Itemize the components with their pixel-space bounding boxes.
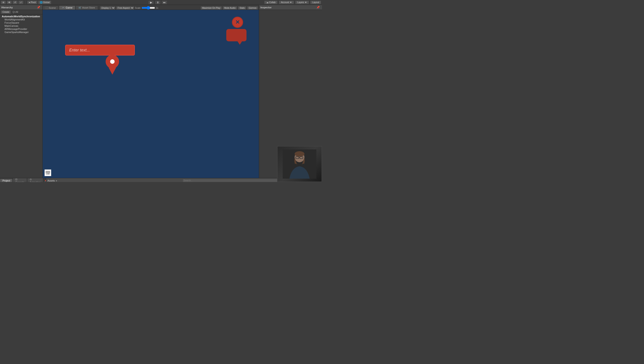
game-tab-right: Maximize On Play Mute Audio Stats Gizmos xyxy=(201,6,259,10)
console-tab-icon: ⊡ xyxy=(15,178,17,181)
main-tab-bar: ⛶ Scene 🎮 Game 🛒 Asset Store Display 1 F… xyxy=(43,5,259,10)
mute-btn[interactable]: Mute Audio xyxy=(223,6,237,10)
bottom-pin-icon[interactable]: 📌 xyxy=(43,179,46,182)
hierarchy-item-label: GameSparksManager xyxy=(4,31,29,34)
game-tab[interactable]: 🎮 Game xyxy=(59,6,75,10)
hierarchy-item-focussquare[interactable]: FocusSquare xyxy=(0,21,42,24)
scale-slider[interactable] xyxy=(142,6,155,10)
toolbar-scale-btn[interactable]: ⤢ xyxy=(18,1,23,4)
console-tab-label: Console xyxy=(15,181,24,182)
inspector-header: Inspector 📌 xyxy=(259,5,322,10)
account-btn[interactable]: Account ▼ xyxy=(279,1,294,4)
bottom-tab-bar: Project ⊡ Console ⊙ Animation 📌 xyxy=(0,178,46,182)
center-panel: ⛶ Scene 🎮 Game 🛒 Asset Store Display 1 F… xyxy=(43,5,259,178)
assets-arrow-label: » xyxy=(56,179,57,182)
log-icon-lines xyxy=(46,171,50,173)
close-button[interactable]: ✕ xyxy=(232,17,243,28)
display-select[interactable]: Display 1 xyxy=(100,6,115,10)
log-icon-btn[interactable]: LOG xyxy=(44,170,51,176)
map-pin-head xyxy=(103,52,122,71)
scale-value: 2x xyxy=(156,7,158,9)
asset-store-tab[interactable]: 🛒 Asset Store xyxy=(76,6,98,10)
game-tab-label: Game xyxy=(66,6,72,9)
hierarchy-pin-icon[interactable]: 📌 xyxy=(36,6,41,9)
text-input-area[interactable]: Enter text... xyxy=(65,45,135,56)
scene-tab[interactable]: ⛶ Scene xyxy=(43,6,59,10)
maximize-btn[interactable]: Maximize On Play xyxy=(201,6,222,10)
toolbar-rotate-btn[interactable]: ↺ xyxy=(12,1,18,4)
project-tab-label: Project xyxy=(2,179,10,182)
gizmos-btn[interactable]: Gizmos xyxy=(247,6,258,10)
scale-label: Scale xyxy=(135,7,141,9)
game-view-area: ✕ Enter text... LOG xyxy=(43,10,259,178)
animation-tab[interactable]: ⊙ Animation xyxy=(27,178,43,182)
webcam-overlay xyxy=(277,146,322,182)
speech-bubble xyxy=(226,29,246,41)
log-line-1 xyxy=(46,171,50,172)
layers-label: Layers xyxy=(297,1,304,4)
pivot-icon: ● xyxy=(29,1,30,4)
console-tab[interactable]: ⊡ Console xyxy=(13,178,27,182)
global-icon: 🌐 xyxy=(40,1,42,4)
playback-controls: ▶ ⏸ ⏭ xyxy=(52,0,264,4)
animation-tab-label: Animation xyxy=(30,181,41,182)
hierarchy-header: Hierarchy 📌 xyxy=(0,5,42,10)
main-layout: Hierarchy 📌 Create Q+All AutomaticWorldS… xyxy=(0,5,322,178)
stats-btn[interactable]: Stats xyxy=(238,6,246,10)
pause-button[interactable]: ⏸ xyxy=(155,0,161,4)
webcam-person xyxy=(278,146,322,182)
person-silhouette xyxy=(283,150,316,179)
hierarchy-all-label: Q+All xyxy=(12,11,18,13)
asset-store-tab-icon: 🛒 xyxy=(78,6,82,9)
map-pin-inner xyxy=(110,59,114,64)
inspector-title: Inspector xyxy=(260,6,272,9)
hierarchy-item-label: WorldAlignmentKit xyxy=(4,18,25,21)
pivot-btn[interactable]: ● Pivot xyxy=(27,1,37,4)
assets-path-label: Assets xyxy=(48,179,55,182)
log-line-2 xyxy=(46,172,50,172)
hierarchy-item-maincanvas[interactable]: MainCanvas xyxy=(0,24,42,28)
hierarchy-item-armessage[interactable]: ARMessageProvider xyxy=(0,28,42,30)
game-view-controls: Display 1 Free Aspect Scale 2x xyxy=(99,6,159,10)
layers-btn[interactable]: Layers ▼ xyxy=(295,1,309,4)
play-button[interactable]: ▶ xyxy=(148,0,154,4)
hierarchy-item-label: MainCanvas xyxy=(4,24,18,27)
toolbar-move-btn[interactable]: ✥ xyxy=(7,1,12,4)
pivot-label: Pivot xyxy=(31,1,36,4)
collab-btn[interactable]: ☁ Collab xyxy=(264,1,278,4)
scene-tab-icon: ⛶ xyxy=(46,6,48,9)
global-label: Global xyxy=(43,1,50,4)
map-pin xyxy=(106,55,119,74)
hierarchy-item-gamesparks[interactable]: GameSparksManager xyxy=(0,30,42,34)
asset-store-tab-label: Asset Store xyxy=(82,6,95,9)
toolbar-right: ☁ Collab Account ▼ Layers ▼ Layout xyxy=(264,1,321,4)
game-tab-icon: 🎮 xyxy=(62,6,65,9)
hierarchy-item-label: FocusSquare xyxy=(4,21,19,24)
layout-label: Layout xyxy=(312,1,319,4)
layout-btn[interactable]: Layout xyxy=(310,1,321,4)
project-tab[interactable]: Project xyxy=(0,179,12,182)
toolbar-transform-btn[interactable]: ⊕ xyxy=(1,1,6,4)
hierarchy-item-label: ARMessageProvider xyxy=(4,28,27,30)
hierarchy-content: AutomaticWorldSynchronization WorldAlign… xyxy=(0,14,42,178)
account-label: Account xyxy=(281,1,289,4)
inspector-pin-icon[interactable]: 📌 xyxy=(316,6,321,9)
step-button[interactable]: ⏭ xyxy=(162,0,168,4)
log-label: LOG xyxy=(46,173,50,175)
aspect-select[interactable]: Free Aspect xyxy=(116,6,134,10)
svg-point-9 xyxy=(294,151,304,156)
global-btn[interactable]: 🌐 Global xyxy=(38,1,51,4)
hierarchy-title: Hierarchy xyxy=(1,6,13,9)
hierarchy-panel: Hierarchy 📌 Create Q+All AutomaticWorldS… xyxy=(0,5,43,178)
text-placeholder: Enter text... xyxy=(69,48,90,52)
hierarchy-item-automaticworld[interactable]: AutomaticWorldSynchronization xyxy=(0,15,42,18)
hierarchy-item-label: AutomaticWorldSynchronization xyxy=(2,15,40,18)
project-panel: Project ⊡ Console ⊙ Animation 📌 Create ▼ xyxy=(0,178,46,182)
scene-tab-label: Scene xyxy=(49,6,56,9)
bottom-content: Project ⊡ Console ⊙ Animation 📌 Create ▼ xyxy=(0,178,322,182)
animation-tab-icon: ⊙ xyxy=(30,178,32,181)
hierarchy-item-worldalignment[interactable]: WorldAlignmentKit xyxy=(0,18,42,21)
hierarchy-create-btn[interactable]: Create xyxy=(1,10,11,14)
bottom-area: Project ⊡ Console ⊙ Animation 📌 Create ▼ xyxy=(0,178,322,182)
top-toolbar: ⊕ ✥ ↺ ⤢ ● Pivot 🌐 Global ▶ ⏸ ⏭ ☁ Collab … xyxy=(0,0,322,5)
